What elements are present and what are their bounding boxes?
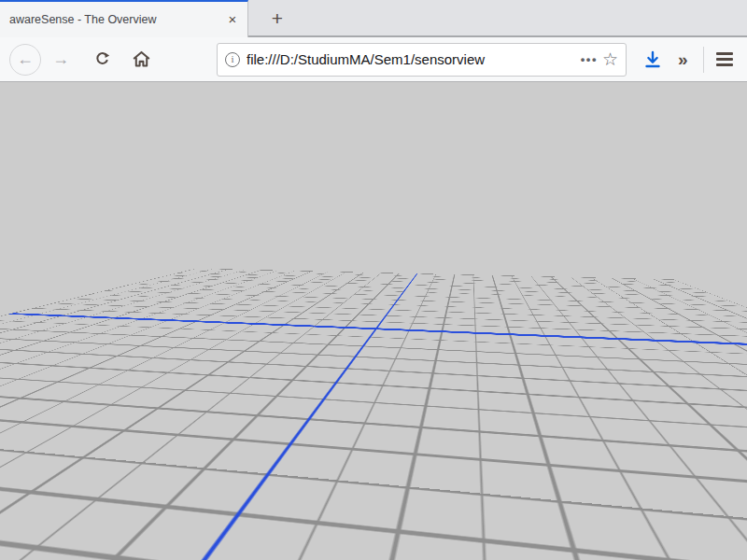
- plus-icon: +: [272, 7, 283, 29]
- bookmark-star-icon[interactable]: ☆: [602, 50, 618, 68]
- download-button[interactable]: [642, 49, 663, 71]
- webpage-3d-viewport[interactable]: [0, 82, 747, 560]
- back-icon: ←: [17, 49, 34, 69]
- menu-button[interactable]: [716, 49, 733, 71]
- page-actions-icon[interactable]: •••: [581, 52, 598, 66]
- nav-toolbar: ← → i file:///D:/StudiumMA/Sem1/sensorvi…: [0, 37, 747, 82]
- home-button[interactable]: [130, 49, 152, 71]
- browser-tab[interactable]: awareSense - The Overview ×: [0, 0, 248, 37]
- new-tab-button[interactable]: +: [263, 5, 291, 33]
- toolbar-divider: [703, 47, 704, 73]
- tab-strip: awareSense - The Overview × +: [0, 0, 747, 37]
- forward-icon: →: [52, 49, 69, 69]
- grid-plane: [0, 269, 747, 560]
- url-bar[interactable]: i file:///D:/StudiumMA/Sem1/sensorview •…: [217, 43, 627, 77]
- url-text[interactable]: file:///D:/StudiumMA/Sem1/sensorview: [247, 51, 575, 67]
- tab-close-icon[interactable]: ×: [221, 8, 244, 31]
- home-icon: [133, 50, 150, 68]
- toolbar-overflow-button[interactable]: »: [678, 49, 688, 71]
- x-axis-line: [8, 313, 747, 349]
- double-chevron-icon: »: [678, 49, 688, 69]
- back-button[interactable]: ←: [9, 44, 41, 76]
- download-icon: [643, 49, 662, 70]
- reload-button[interactable]: [91, 49, 113, 71]
- hamburger-icon: [716, 52, 733, 55]
- tab-title: awareSense - The Overview: [9, 13, 221, 26]
- site-info-icon[interactable]: i: [225, 52, 240, 67]
- reload-icon: [94, 51, 110, 67]
- forward-button[interactable]: →: [49, 49, 72, 71]
